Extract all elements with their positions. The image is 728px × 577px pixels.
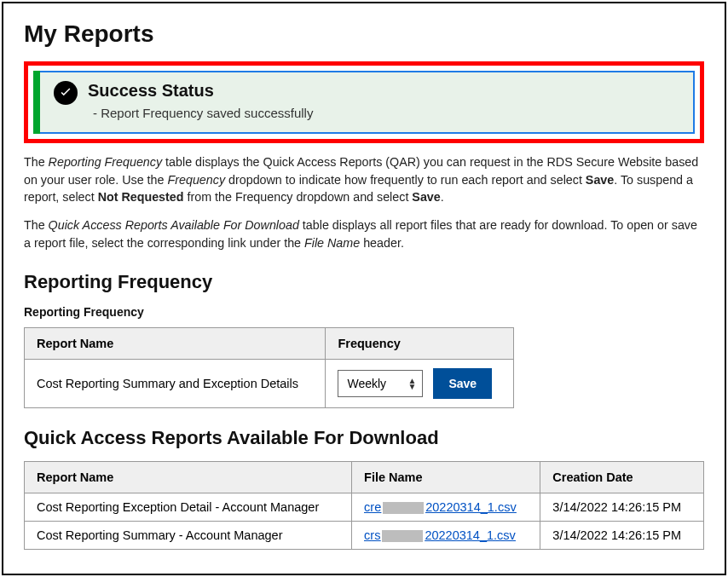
check-circle-icon (54, 81, 78, 105)
page-title: My Reports (24, 20, 704, 48)
success-alert: Success Status - Report Frequency saved … (33, 71, 695, 134)
download-table: Report Name File Name Creation Date Cost… (24, 461, 704, 550)
file-prefix: crs (364, 528, 380, 542)
intro-em: File Name (304, 236, 360, 250)
intro-bold: Save (586, 173, 614, 187)
col-report-name: Report Name (25, 327, 326, 359)
col-creation-date: Creation Date (540, 461, 704, 493)
intro-text: dropdown to indicate how frequently to r… (225, 173, 586, 187)
cell-report-name: Cost Reporting Summary - Account Manager (25, 521, 352, 549)
file-download-link[interactable]: crs20220314_1.csv (364, 528, 516, 542)
col-report-name: Report Name (25, 461, 352, 493)
intro-em: Quick Access Reports Available For Downl… (49, 218, 299, 232)
frequency-select-wrapper: Weekly ▲▼ (338, 370, 423, 397)
alert-title: Success Status (88, 81, 681, 101)
table-row: Cost Reporting Summary and Exception Det… (25, 359, 514, 407)
cell-report-name: Cost Reporting Exception Detail - Accoun… (25, 493, 352, 521)
intro-text: from the Frequency dropdown and select (184, 190, 413, 204)
col-frequency: Frequency (326, 327, 514, 359)
cell-file-name: crs20220314_1.csv (352, 521, 540, 549)
cell-creation-date: 3/14/2022 14:26:15 PM (540, 521, 704, 549)
file-suffix: 20220314_1.csv (425, 528, 515, 542)
file-download-link[interactable]: cre20220314_1.csv (364, 500, 517, 514)
table-row: Cost Reporting Exception Detail - Accoun… (25, 493, 704, 521)
save-button[interactable]: Save (433, 368, 492, 399)
reporting-frequency-heading: Reporting Frequency (24, 271, 704, 293)
frequency-select[interactable]: Weekly (338, 370, 423, 397)
alert-content: Success Status - Report Frequency saved … (88, 81, 681, 120)
redacted-block (382, 530, 423, 542)
alert-highlight: Success Status - Report Frequency saved … (24, 61, 704, 143)
intro-bold: Not Requested (98, 190, 184, 204)
intro-text: header. (360, 236, 404, 250)
download-heading: Quick Access Reports Available For Downl… (24, 427, 704, 449)
cell-creation-date: 3/14/2022 14:26:15 PM (540, 493, 704, 521)
cell-report-name: Cost Reporting Summary and Exception Det… (25, 359, 326, 407)
intro-text: The (24, 218, 49, 232)
intro-text: The (24, 155, 49, 169)
reporting-frequency-table: Report Name Frequency Cost Reporting Sum… (24, 327, 514, 408)
intro-paragraph-1: The Reporting Frequency table displays t… (24, 153, 704, 206)
file-suffix: 20220314_1.csv (425, 500, 516, 514)
cell-file-name: cre20220314_1.csv (352, 493, 540, 521)
reporting-frequency-label: Reporting Frequency (24, 305, 704, 319)
file-prefix: cre (364, 500, 381, 514)
redacted-block (383, 502, 424, 514)
alert-message: - Report Frequency saved successfully (88, 106, 681, 120)
cell-frequency: Weekly ▲▼ Save (326, 359, 514, 407)
table-row: Cost Reporting Summary - Account Manager… (25, 521, 704, 549)
intro-bold: Save (412, 190, 440, 204)
intro-em: Reporting Frequency (49, 155, 163, 169)
intro-text: . (441, 190, 444, 204)
intro-em: Frequency (167, 173, 225, 187)
intro-paragraph-2: The Quick Access Reports Available For D… (24, 216, 704, 251)
col-file-name: File Name (352, 461, 540, 493)
